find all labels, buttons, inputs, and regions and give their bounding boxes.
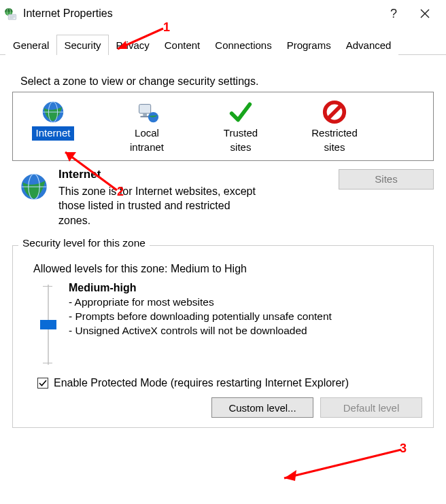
svg-rect-11 [139,105,151,113]
intranet-icon [134,99,160,125]
protected-mode-label: Enable Protected Mode (requires restarti… [54,377,349,389]
checkmark-icon [228,99,254,125]
tab-strip: General Security Privacy Content Connect… [0,34,446,55]
internet-options-icon [4,7,18,20]
sites-button[interactable]: Sites [339,169,434,190]
close-button[interactable] [409,3,441,24]
tab-advanced[interactable]: Advanced [339,35,399,55]
annotation-3: 3 [400,442,407,456]
tab-privacy[interactable]: Privacy [109,35,157,55]
zone-trusted-sites[interactable]: Trusted sites [203,99,278,155]
level-name: Medium-high [69,282,332,294]
tab-security[interactable]: Security [56,35,108,55]
prohibited-icon [322,99,347,125]
group-legend: Security level for this zone [18,237,150,249]
zone-list: Internet Local intranet Trusted sites [12,92,434,161]
zone-intranet-label-2: intranet [126,141,168,155]
security-panel: Select a zone to view or change security… [0,55,446,428]
globe-icon [40,99,66,125]
tab-programs[interactable]: Programs [279,35,339,55]
svg-rect-12 [143,113,147,116]
level-bullet-3: - Unsigned ActiveX controls will not be … [69,324,332,338]
zone-trusted-label-2: sites [226,141,256,155]
svg-line-16 [328,105,342,120]
zone-local-intranet[interactable]: Local intranet [109,99,184,155]
security-level-group: Security level for this zone Allowed lev… [12,245,434,428]
annotation-arrow-3 [277,446,407,486]
titlebar: Internet Properties ? [0,0,446,27]
svg-rect-13 [141,116,150,118]
allowed-levels-text: Allowed levels for this zone: Medium to … [33,263,425,275]
zone-internet-label: Internet [32,126,75,141]
level-bullet-1: - Appropriate for most websites [69,295,332,310]
zone-restricted-label-1: Restricted [307,126,362,141]
svg-line-24 [284,450,401,478]
svg-marker-25 [284,470,296,481]
custom-level-button[interactable]: Custom level... [211,397,313,418]
selected-zone-description: This zone is for Internet websites, exce… [58,184,262,228]
zone-internet[interactable]: Internet [16,99,90,155]
zone-restricted-sites[interactable]: Restricted sites [297,99,372,155]
zone-instruction: Select a zone to view or change security… [20,75,434,88]
zone-trusted-label-1: Trusted [220,126,262,141]
zone-restricted-label-2: sites [320,141,349,155]
default-level-button[interactable]: Default level [320,397,422,418]
tab-content[interactable]: Content [157,35,208,55]
tab-connections[interactable]: Connections [207,35,279,55]
help-button[interactable]: ? [378,3,409,24]
level-bullet-2: - Prompts before downloading potentially… [69,310,332,324]
security-level-slider[interactable] [36,285,61,366]
tab-general[interactable]: General [5,35,56,55]
window-title: Internet Properties [23,7,378,20]
selected-zone-name: Internet [58,168,330,181]
zone-intranet-label-1: Local [131,126,163,141]
protected-mode-checkbox[interactable] [37,378,48,389]
globe-icon [19,172,49,202]
zone-description-row: Internet This zone is for Internet websi… [12,168,434,228]
